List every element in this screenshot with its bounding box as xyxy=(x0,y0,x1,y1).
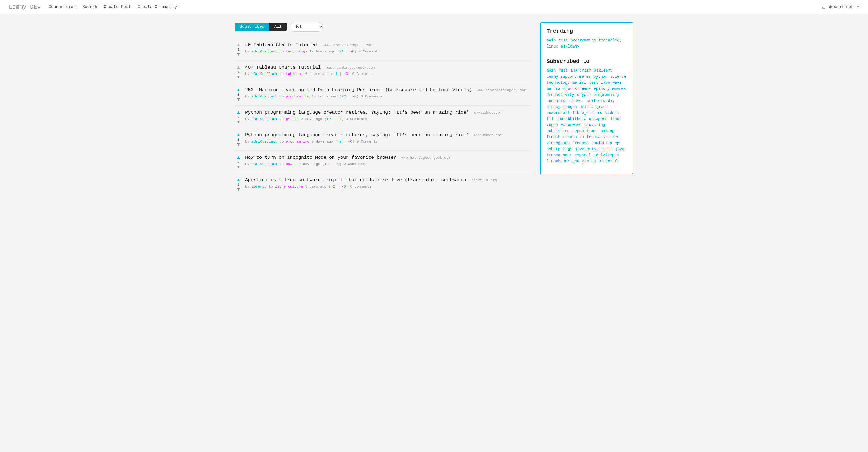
subscribed-tag[interactable]: bugs xyxy=(563,147,572,151)
subscribed-tag[interactable]: diy xyxy=(608,98,615,103)
subscribed-tag[interactable]: javascript xyxy=(575,147,598,151)
post-title-link[interactable]: Apertium is a free software project that… xyxy=(245,177,466,183)
nav-communities[interactable]: Communities xyxy=(49,5,76,9)
vote-up-button[interactable]: ▲ xyxy=(236,65,241,69)
subscribed-tag[interactable]: piracy xyxy=(547,104,560,109)
vote-down-button[interactable]: ▼ xyxy=(236,120,241,124)
post-comments-link[interactable]: 6 Comments xyxy=(350,184,371,189)
post-title-link[interactable]: Python programming language creator reti… xyxy=(245,132,469,138)
subscribed-tag[interactable]: bicycling xyxy=(584,123,605,127)
subscribed-tag[interactable]: epicstylememes xyxy=(593,87,626,91)
post-comments-link[interactable]: 0 Comments xyxy=(356,140,378,144)
vote-down-button[interactable]: ▼ xyxy=(236,142,241,147)
vote-up-button[interactable]: ▲ xyxy=(236,178,241,182)
post-user-link[interactable]: s3ri0us8lack xyxy=(251,72,277,76)
vote-up-button[interactable]: ▲ xyxy=(236,88,241,92)
post-title-link[interactable]: 40+ Tableau Charts Tutorial xyxy=(245,65,321,70)
subscribed-tag[interactable]: laborwave xyxy=(601,81,622,85)
vote-down-button[interactable]: ▼ xyxy=(236,52,241,57)
post-title-link[interactable]: 250+ Machine Learning and Deep Learning … xyxy=(245,87,472,93)
subscribed-tag[interactable]: vaporwave xyxy=(561,123,582,127)
subscribed-tag[interactable]: republicans xyxy=(572,129,598,133)
subscribed-button[interactable]: Subscribed xyxy=(235,23,269,31)
post-community-link[interactable]: python xyxy=(286,117,299,121)
subscribed-tag[interactable]: publishing xyxy=(547,129,569,133)
subscribed-tag[interactable]: gnu xyxy=(572,159,579,163)
subscribed-tag[interactable]: music xyxy=(601,147,613,151)
subscribed-tag[interactable]: transgender xyxy=(547,153,572,157)
subscribed-tag[interactable]: progun xyxy=(563,104,577,109)
post-user-link[interactable]: s3ri0us8lack xyxy=(251,162,277,166)
subscribed-tag[interactable]: me_irl xyxy=(572,81,586,85)
vote-down-button[interactable]: ▼ xyxy=(236,97,241,101)
subscribed-tag[interactable]: emulation xyxy=(591,141,612,145)
subscribed-tag[interactable]: lemmy_support xyxy=(547,74,577,79)
post-community-link[interactable]: howto xyxy=(286,162,297,166)
subscribed-tag[interactable]: videos xyxy=(605,111,619,115)
post-user-link[interactable]: s3ri0us8lack xyxy=(251,140,277,144)
subscribed-tag[interactable]: green xyxy=(596,104,608,109)
subscribed-tag[interactable]: java xyxy=(615,147,624,151)
subscribed-tag[interactable]: fedora xyxy=(587,135,600,139)
mail-icon[interactable]: ✉ xyxy=(823,4,826,10)
subscribed-tag[interactable]: communism xyxy=(563,135,584,139)
trending-tag[interactable]: main xyxy=(547,38,556,42)
subscribed-tag[interactable]: crypto xyxy=(577,93,591,97)
post-user-link[interactable]: s3ri0us8lack xyxy=(251,94,277,98)
subscribed-tag[interactable]: programming xyxy=(593,93,619,97)
subscribed-tag[interactable]: vegan xyxy=(547,123,558,127)
post-community-link[interactable]: technology xyxy=(286,50,307,54)
subscribed-tag[interactable]: gaming xyxy=(582,159,596,163)
subscribed-tag[interactable]: critters xyxy=(587,98,605,103)
subscribed-tag[interactable]: science xyxy=(610,74,626,79)
post-comments-link[interactable]: 0 Comments xyxy=(346,117,367,121)
subscribed-tag[interactable]: travel xyxy=(570,98,584,103)
user-dropdown-icon[interactable]: ▾ xyxy=(857,4,859,10)
vote-down-button[interactable]: ▼ xyxy=(236,75,241,79)
sort-select[interactable]: Hot New Top Rising xyxy=(290,22,323,32)
subscribed-tag[interactable]: antifa xyxy=(580,104,593,109)
post-community-link[interactable]: libre_culture xyxy=(275,184,303,189)
trending-tag[interactable]: linux xyxy=(547,44,558,49)
post-comments-link[interactable]: 0 Comments xyxy=(344,162,365,166)
subscribed-tag[interactable]: linuxhumor xyxy=(547,159,569,163)
subscribed-tag[interactable]: activitypub xyxy=(593,153,619,157)
subscribed-tag[interactable]: freebsd xyxy=(572,141,589,145)
subscribed-tag[interactable]: me_ira xyxy=(547,87,560,91)
subscribed-tag[interactable]: python xyxy=(593,74,607,79)
vote-up-button[interactable]: ▲ xyxy=(236,42,241,47)
subscribed-tag[interactable]: socialism xyxy=(547,98,567,103)
vote-down-button[interactable]: ▼ xyxy=(236,187,241,192)
subscribed-tag[interactable]: productivity xyxy=(547,93,574,97)
trending-tag[interactable]: asklemmy xyxy=(561,44,579,49)
nav-create-post[interactable]: Create Post xyxy=(104,5,131,9)
vote-down-button[interactable]: ▼ xyxy=(236,165,241,169)
subscribed-tag[interactable]: french xyxy=(547,135,560,139)
post-comments-link[interactable]: 0 Comments xyxy=(352,72,374,76)
post-user-link[interactable]: s3ri0us8lack xyxy=(251,50,277,54)
post-title-link[interactable]: Python programming language creator reti… xyxy=(245,110,469,115)
subscribed-tag[interactable]: rust xyxy=(559,68,568,73)
nav-create-community[interactable]: Create Community xyxy=(137,5,177,9)
post-comments-link[interactable]: 0 Comments xyxy=(359,50,380,54)
subscribed-tag[interactable]: asklemmy xyxy=(594,68,613,73)
subscribed-tag[interactable]: test xyxy=(589,81,598,85)
subscribed-tag[interactable]: cpp xyxy=(615,141,621,145)
post-community-link[interactable]: programming xyxy=(286,140,309,144)
post-title-link[interactable]: 40 Tableau Charts Tutorial xyxy=(245,42,318,48)
subscribed-tag[interactable]: main xyxy=(547,68,556,73)
post-title-link[interactable]: How to turn on Incognito Mode on your fa… xyxy=(245,155,396,160)
trending-tag[interactable]: test xyxy=(559,38,568,42)
subscribed-tag[interactable]: minecraft xyxy=(599,159,620,163)
post-user-link[interactable]: Lofenyy xyxy=(251,184,267,189)
vote-up-button[interactable]: ▲ xyxy=(236,133,241,137)
subscribed-tag[interactable]: veloren xyxy=(603,135,619,139)
navbar-user[interactable]: dessalines xyxy=(829,5,854,9)
post-community-link[interactable]: tableau xyxy=(286,72,301,76)
subscribed-tag[interactable]: espanol xyxy=(575,153,591,157)
trending-tag[interactable]: programming xyxy=(570,38,596,42)
subscribed-tag[interactable]: linux xyxy=(610,117,622,121)
subscribed-tag[interactable]: golang xyxy=(600,129,614,133)
subscribed-tag[interactable]: memes xyxy=(579,74,591,79)
post-user-link[interactable]: s3ri0us8lack xyxy=(251,117,277,121)
